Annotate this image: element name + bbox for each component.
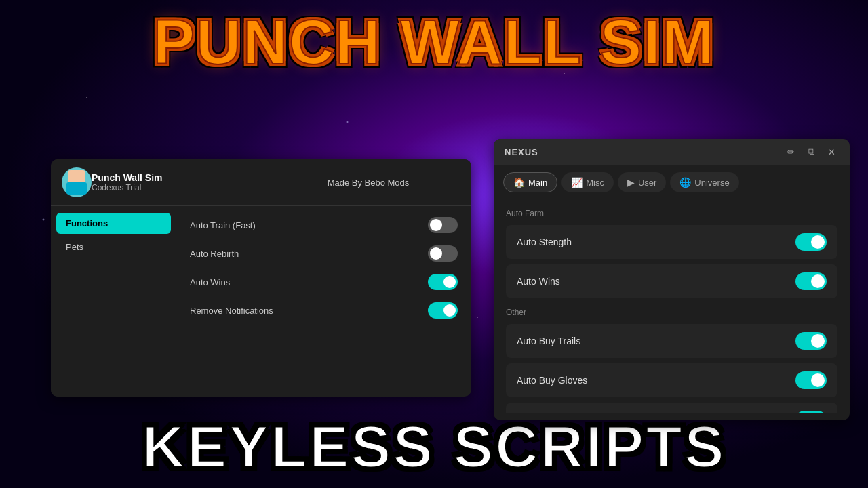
nexus-toggle-spin-wheel[interactable] — [795, 411, 827, 413]
nexus-toggle-knob-buy-gloves — [811, 373, 825, 387]
left-window: Punch Wall Sim Codexus Trial Made By Beb… — [51, 159, 471, 396]
right-window: NEXUS ✏ ⧉ ✕ 🏠 Main 📈 Misc ▶ User 🌐 Unive… — [494, 139, 850, 420]
titlebar-actions: ✏ ⧉ ✕ — [783, 144, 839, 159]
toggle-row-auto-rebirth: Auto Rebirth — [190, 245, 458, 262]
toggle-auto-train[interactable] — [428, 217, 458, 233]
left-content: Auto Train (Fast) Auto Rebirth Auto Wins… — [176, 206, 471, 396]
close-button[interactable]: ✕ — [824, 144, 839, 159]
toggle-row-auto-train: Auto Train (Fast) — [190, 217, 458, 233]
toggle-auto-wins[interactable] — [428, 274, 458, 290]
avatar — [62, 167, 92, 197]
home-icon: 🏠 — [513, 177, 525, 188]
left-window-header: Punch Wall Sim Codexus Trial Made By Beb… — [51, 159, 471, 206]
toggle-remove-notifs[interactable] — [428, 302, 458, 319]
nexus-title: NEXUS — [505, 147, 538, 157]
other-label: Other — [506, 308, 837, 317]
nexus-body: Auto Farm Auto Stength Auto Wins Other A… — [494, 199, 850, 413]
toggle-knob-remove-notifs — [443, 304, 456, 317]
toggle-label-auto-rebirth: Auto Rebirth — [190, 249, 239, 259]
edit-button[interactable]: ✏ — [783, 144, 798, 159]
left-window-body: Functions Pets Auto Train (Fast) Auto Re… — [51, 206, 471, 396]
misc-icon: 📈 — [571, 177, 583, 188]
toggle-knob-auto-wins — [443, 276, 456, 288]
main-title: PUNCH WALL SIM — [153, 7, 715, 78]
nexus-tab-bar: 🏠 Main 📈 Misc ▶ User 🌐 Universe — [494, 165, 850, 199]
tab-universe[interactable]: 🌐 Universe — [670, 172, 738, 192]
auto-farm-label: Auto Farm — [506, 209, 837, 218]
nexus-toggle-knob-buy-trails — [811, 334, 825, 348]
nexus-label-buy-trails: Auto Buy Trails — [517, 336, 580, 346]
tab-main[interactable]: 🏠 Main — [503, 172, 557, 192]
nexus-toggle-wins[interactable] — [795, 272, 827, 290]
nexus-toggle-strength[interactable] — [795, 233, 827, 251]
nexus-toggle-row-spin-wheel: Auto Spin Wheel — [506, 403, 837, 413]
toggle-knob-auto-rebirth — [430, 247, 442, 260]
tab-user[interactable]: ▶ User — [618, 172, 666, 192]
toggle-label-auto-train: Auto Train (Fast) — [190, 220, 256, 230]
nexus-toggle-row-buy-gloves: Auto Buy Gloves — [506, 363, 837, 397]
sidebar-item-functions[interactable]: Functions — [56, 213, 171, 234]
nexus-toggle-knob-wins — [811, 274, 825, 288]
tab-misc[interactable]: 📈 Misc — [561, 172, 614, 192]
user-info: Punch Wall Sim Codexus Trial — [92, 172, 276, 192]
bottom-title: KEYLESS SCRIPTS — [142, 412, 726, 481]
avatar-body — [66, 182, 87, 195]
toggle-label-remove-notifs: Remove Notifications — [190, 306, 273, 316]
nexus-toggle-buy-gloves[interactable] — [795, 371, 827, 389]
window-label: Made By Bebo Mods — [276, 178, 460, 188]
nexus-toggle-buy-trails[interactable] — [795, 332, 827, 350]
toggle-auto-rebirth[interactable] — [428, 245, 458, 262]
user-icon: ▶ — [627, 177, 635, 188]
nexus-toggle-row-buy-trails: Auto Buy Trails — [506, 324, 837, 358]
nexus-label-strength: Auto Stength — [517, 237, 572, 247]
toggle-row-remove-notifs: Remove Notifications — [190, 302, 458, 319]
nexus-toggle-row-strength: Auto Stength — [506, 225, 837, 259]
user-subtitle: Codexus Trial — [92, 183, 276, 192]
user-name: Punch Wall Sim — [92, 172, 276, 183]
copy-button[interactable]: ⧉ — [804, 144, 818, 159]
nexus-label-wins: Auto Wins — [517, 276, 560, 287]
nexus-titlebar: NEXUS ✏ ⧉ ✕ — [494, 139, 850, 165]
tab-main-label: Main — [528, 178, 547, 188]
universe-icon: 🌐 — [679, 177, 691, 188]
tab-user-label: User — [638, 178, 656, 188]
nexus-toggle-knob-strength — [811, 235, 825, 249]
toggle-knob-auto-train — [430, 219, 442, 231]
nexus-toggle-row-wins: Auto Wins — [506, 264, 837, 298]
toggle-label-auto-wins: Auto Wins — [190, 277, 230, 287]
left-sidebar: Functions Pets — [51, 206, 176, 396]
sidebar-item-pets[interactable]: Pets — [56, 237, 171, 258]
tab-universe-label: Universe — [694, 178, 729, 188]
nexus-label-buy-gloves: Auto Buy Gloves — [517, 375, 587, 386]
tab-misc-label: Misc — [586, 178, 604, 188]
toggle-row-auto-wins: Auto Wins — [190, 274, 458, 290]
